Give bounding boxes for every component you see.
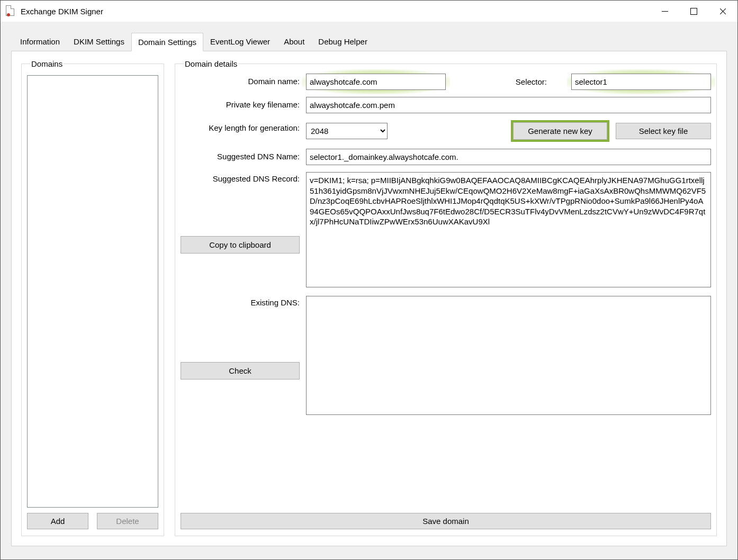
window-controls bbox=[650, 1, 737, 22]
domain-name-highlight bbox=[306, 74, 446, 90]
delete-domain-button[interactable]: Delete bbox=[97, 513, 158, 529]
dns-record-row bbox=[306, 172, 711, 289]
app-window: Exchange DKIM Signer Information DKIM Se… bbox=[0, 0, 738, 560]
key-length-label: Key length for generation: bbox=[181, 120, 300, 132]
dns-record-label: Suggested DNS Record: bbox=[181, 172, 300, 183]
save-row: Save domain bbox=[181, 507, 711, 529]
dns-name-row bbox=[306, 149, 711, 165]
select-key-file-button[interactable]: Select key file bbox=[616, 123, 711, 139]
check-cell: Check bbox=[181, 351, 300, 380]
tab-about[interactable]: About bbox=[277, 32, 311, 51]
domains-listbox[interactable] bbox=[27, 75, 158, 508]
domain-name-input[interactable] bbox=[306, 74, 446, 90]
selector-highlight bbox=[571, 74, 711, 90]
app-icon bbox=[6, 5, 15, 17]
tab-strip: Information DKIM Settings Domain Setting… bbox=[13, 32, 727, 51]
tab-debug-helper[interactable]: Debug Helper bbox=[311, 32, 374, 51]
minimize-button[interactable] bbox=[650, 1, 679, 22]
key-length-select[interactable]: 2048 bbox=[306, 123, 388, 139]
window-title: Exchange DKIM Signer bbox=[21, 7, 650, 16]
maximize-button[interactable] bbox=[679, 1, 708, 22]
copy-to-clipboard-button[interactable]: Copy to clipboard bbox=[181, 236, 300, 254]
dns-name-label: Suggested DNS Name: bbox=[181, 149, 300, 161]
tab-eventlog-viewer[interactable]: EventLog Viewer bbox=[203, 32, 277, 51]
existing-dns-textarea[interactable] bbox=[306, 296, 711, 415]
dns-record-textarea[interactable] bbox=[306, 172, 711, 287]
private-key-input[interactable] bbox=[306, 97, 711, 113]
tab-domain-settings[interactable]: Domain Settings bbox=[131, 33, 203, 51]
client-area: Information DKIM Settings Domain Setting… bbox=[1, 22, 737, 559]
domain-name-row: Selector: bbox=[306, 74, 711, 90]
domains-groupbox: Domains Add Delete bbox=[21, 59, 164, 536]
close-button[interactable] bbox=[708, 1, 737, 22]
selector-label: Selector: bbox=[516, 77, 550, 86]
dns-name-input[interactable] bbox=[306, 149, 711, 165]
tab-dkim-settings[interactable]: DKIM Settings bbox=[67, 32, 131, 51]
key-length-row: 2048 Generate new key Select key file bbox=[306, 120, 711, 142]
existing-dns-row bbox=[306, 296, 711, 417]
domains-button-row: Add Delete bbox=[27, 513, 158, 529]
check-dns-button[interactable]: Check bbox=[181, 362, 300, 380]
add-domain-button[interactable]: Add bbox=[27, 513, 88, 529]
domain-name-label: Domain name: bbox=[181, 74, 300, 86]
existing-dns-label: Existing DNS: bbox=[181, 296, 300, 307]
save-domain-button[interactable]: Save domain bbox=[181, 513, 711, 529]
generate-key-button[interactable]: Generate new key bbox=[513, 122, 607, 140]
copy-clipboard-cell: Copy to clipboard bbox=[181, 225, 300, 254]
private-key-label: Private key filename: bbox=[181, 97, 300, 109]
generate-key-highlight: Generate new key bbox=[511, 120, 609, 142]
tab-information[interactable]: Information bbox=[13, 32, 67, 51]
private-key-row bbox=[306, 97, 711, 113]
domain-details-groupbox: Domain details Domain name: Selector: Pr… bbox=[175, 59, 717, 536]
domain-details-legend: Domain details bbox=[184, 59, 238, 68]
selector-input[interactable] bbox=[571, 74, 711, 90]
details-form: Domain name: Selector: Private key filen… bbox=[181, 74, 711, 417]
tab-body: Domains Add Delete Domain details Domain… bbox=[11, 51, 727, 546]
domains-legend: Domains bbox=[30, 59, 64, 68]
titlebar: Exchange DKIM Signer bbox=[1, 1, 737, 22]
